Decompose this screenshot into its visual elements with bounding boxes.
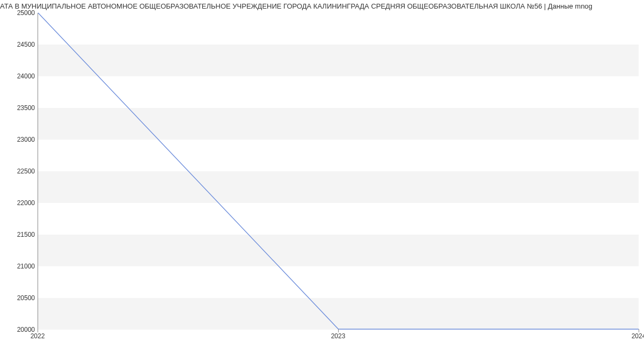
chart-container: 2000020500210002150022000225002300023500… (0, 13, 644, 346)
chart-title: АТА В МУНИЦИПАЛЬНОЕ АВТОНОМНОЕ ОБЩЕОБРАЗ… (0, 0, 644, 13)
x-tick-label: 2023 (331, 332, 346, 340)
y-tick-label: 24500 (5, 41, 35, 48)
plot-area (38, 13, 639, 330)
y-tick-label: 20500 (5, 294, 35, 302)
x-tick-label: 2024 (632, 332, 644, 340)
line-layer (38, 13, 639, 329)
y-tick-label: 23500 (5, 104, 35, 112)
data-line (38, 13, 639, 329)
y-tick-label: 25000 (5, 9, 35, 17)
y-tick-label: 21500 (5, 231, 35, 238)
y-tick-label: 22000 (5, 199, 35, 207)
y-tick-label: 23000 (5, 136, 35, 143)
y-tick-label: 24000 (5, 72, 35, 80)
y-tick-label: 22500 (5, 168, 35, 175)
x-tick-label: 2022 (31, 332, 45, 340)
y-tick-label: 21000 (5, 263, 35, 270)
